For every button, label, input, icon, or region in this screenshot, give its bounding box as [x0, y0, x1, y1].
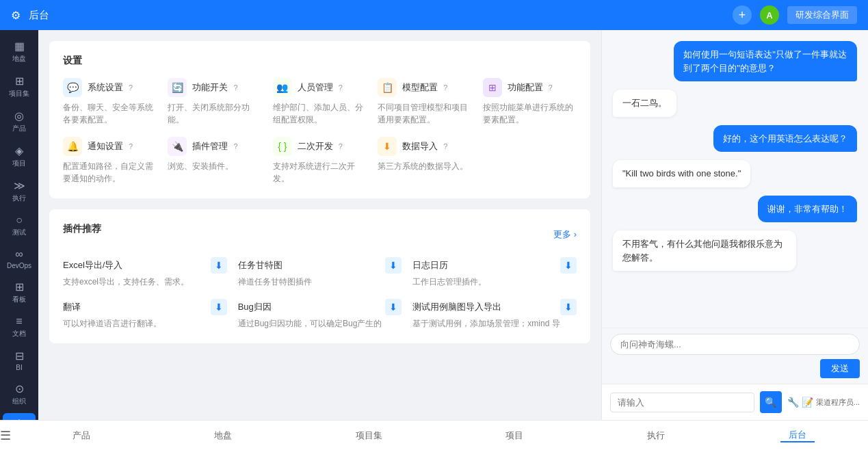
sidebar-item-docs[interactable]: ≡文档	[3, 311, 36, 343]
bottom-nav-item-地盘[interactable]: 地盘	[206, 429, 240, 442]
sidebar-label-product: 产品	[12, 124, 26, 133]
sidebar-item-org[interactable]: ⊙组织	[3, 378, 36, 410]
org-icon: ⊙	[15, 382, 24, 395]
sidebar-item-board[interactable]: ⊞看板	[3, 276, 36, 308]
menu-icon[interactable]: ☰	[0, 428, 11, 443]
setting-desc-import: 第三方系统的数据导入。	[378, 160, 471, 172]
avatar: A	[760, 5, 779, 25]
chat-panel: 如何使用一句短语表达"只做了一件事就达到了两个目的"的意思？一石二鸟。好的，这个…	[601, 30, 868, 420]
setting-item-system[interactable]: 💬 系统设置 ? 备份、聊天、安全等系统各要素配置。	[63, 78, 157, 126]
bottom-search-input[interactable]	[610, 393, 754, 412]
sidebar-item-execute[interactable]: ≫执行	[3, 175, 36, 207]
download-button[interactable]: ⬇	[560, 257, 577, 274]
chat-messages: 如何使用一句短语表达"只做了一件事就达到了两个目的"的意思？一石二鸟。好的，这个…	[602, 30, 868, 328]
plugins-section: 插件推荐 更多 › Excel导出/导入 ⬇ 支持excel导出，支持任务、需求…	[49, 209, 590, 343]
setting-help-notify[interactable]: ?	[129, 142, 133, 150]
setting-header-dev2: { } 二次开发 ?	[273, 137, 367, 156]
setting-name-import: 数据导入	[402, 140, 438, 153]
setting-help-dev2[interactable]: ?	[339, 142, 343, 150]
sidebar-item-test[interactable]: ○测试	[3, 210, 36, 241]
search-icon: 🔍	[765, 397, 776, 408]
add-button[interactable]: +	[733, 5, 752, 25]
setting-desc-model: 不同项目管理模型和项目通用要素配置。	[378, 101, 471, 126]
plugin-desc: 通过Bug归因功能，可以确定Bug产生的	[238, 318, 402, 330]
bottom-nav: ☰ 产品地盘项目集项目执行后台	[0, 420, 868, 450]
tool-icon-2[interactable]: 📝	[802, 397, 813, 408]
setting-name-plugin: 插件管理	[192, 140, 228, 153]
gear-icon: ⚙	[11, 9, 21, 22]
main-layout: ▦地盘⊞项目集◎产品◈项目≫执行○测试∞DevOps⊞看板≡文档⊟BI⊙组织⚙后…	[0, 30, 868, 420]
plugin-desc: 禅道任务甘特图插件	[238, 276, 402, 288]
setting-icon-notify: 🔔	[63, 137, 82, 156]
setting-item-funcconfig[interactable]: ⊞ 功能配置 ? 按照功能菜单进行系统的要素配置。	[483, 78, 577, 126]
setting-icon-system: 💬	[63, 78, 82, 97]
channel-label[interactable]: 渠道程序员...	[816, 397, 860, 408]
tool-icon-1[interactable]: 🔧	[787, 397, 799, 408]
setting-icon-plugin: 🔌	[168, 137, 187, 156]
bottom-nav-item-产品[interactable]: 产品	[64, 429, 98, 442]
page-title: 后台	[29, 9, 724, 22]
project-icon: ◈	[15, 144, 23, 157]
setting-header-plugin: 🔌 插件管理 ?	[168, 137, 261, 156]
execute-icon: ≫	[14, 179, 25, 192]
setting-header-model: 📋 模型配置 ?	[378, 78, 471, 97]
download-button[interactable]: ⬇	[385, 257, 402, 274]
setting-help-model[interactable]: ?	[443, 83, 447, 92]
setting-icon-feature: 🔄	[168, 78, 187, 97]
setting-item-people[interactable]: 👥 人员管理 ? 维护部门、添加人员、分组配置权限。	[273, 78, 367, 126]
setting-item-model[interactable]: 📋 模型配置 ? 不同项目管理模型和项目通用要素配置。	[378, 78, 471, 126]
chat-message-bot: 一石二鸟。	[613, 90, 857, 117]
plugin-header: 日志日历 ⬇	[412, 257, 577, 274]
plugin-item: Bug归因 ⬇ 通过Bug归因功能，可以确定Bug产生的	[238, 299, 402, 330]
more-link[interactable]: 更多 ›	[553, 228, 577, 241]
product-icon: ◎	[14, 109, 24, 122]
download-button[interactable]: ⬇	[560, 299, 577, 315]
setting-help-import[interactable]: ?	[443, 142, 447, 150]
board-icon: ⊞	[15, 280, 24, 293]
setting-help-plugin[interactable]: ?	[233, 142, 237, 150]
sidebar-label-projects: 项目集	[9, 89, 29, 98]
setting-help-funcconfig[interactable]: ?	[549, 83, 553, 92]
plugin-name: Bug归因	[238, 301, 272, 313]
sidebar-item-product[interactable]: ◎产品	[3, 105, 36, 137]
plugin-item: 任务甘特图 ⬇ 禅道任务甘特图插件	[238, 257, 402, 288]
setting-item-import[interactable]: ⬇ 数据导入 ? 第三方系统的数据导入。	[378, 137, 471, 185]
sidebar-label-board: 看板	[12, 295, 26, 304]
setting-item-feature[interactable]: 🔄 功能开关 ? 打开、关闭系统部分功能。	[168, 78, 261, 126]
sidebar-item-projects[interactable]: ⊞项目集	[3, 70, 36, 103]
download-button[interactable]: ⬇	[211, 257, 227, 274]
setting-help-people[interactable]: ?	[339, 83, 343, 92]
setting-item-plugin[interactable]: 🔌 插件管理 ? 浏览、安装插件。	[168, 137, 261, 185]
download-button[interactable]: ⬇	[385, 299, 402, 315]
chat-ask-input[interactable]	[610, 334, 860, 355]
setting-icon-import: ⬇	[378, 137, 397, 156]
setting-help-system[interactable]: ?	[129, 83, 133, 92]
sidebar-item-project[interactable]: ◈项目	[3, 140, 36, 172]
download-button[interactable]: ⬇	[211, 299, 227, 315]
sidebar-label-devops: DevOps	[7, 262, 31, 269]
plugin-desc: 支持excel导出，支持任务、需求。	[63, 276, 227, 288]
chat-tools: 🔧 📝 渠道程序员...	[787, 397, 860, 408]
bottom-nav-item-项目集[interactable]: 项目集	[347, 429, 391, 442]
setting-item-dev2[interactable]: { } 二次开发 ? 支持对系统进行二次开发。	[273, 137, 367, 185]
plugin-grid: Excel导出/导入 ⬇ 支持excel导出，支持任务、需求。 任务甘特图 ⬇ …	[63, 257, 577, 330]
settings-section: 设置 💬 系统设置 ? 备份、聊天、安全等系统各要素配置。 🔄 功能开关 ? 打…	[49, 41, 590, 198]
bottom-nav-item-后台[interactable]: 后台	[780, 429, 815, 442]
chat-bubble: 谢谢，非常有帮助！	[758, 196, 857, 223]
setting-item-notify[interactable]: 🔔 通知设置 ? 配置通知路径，自定义需要通知的动作。	[63, 137, 157, 185]
bottom-nav-item-执行[interactable]: 执行	[639, 429, 673, 442]
plugin-header: 任务甘特图 ⬇	[238, 257, 402, 274]
send-button[interactable]: 发送	[820, 359, 860, 378]
plugin-item: 日志日历 ⬇ 工作日志管理插件。	[412, 257, 577, 288]
sidebar-item-bi[interactable]: ⊟BI	[3, 345, 36, 375]
sidebar: ▦地盘⊞项目集◎产品◈项目≫执行○测试∞DevOps⊞看板≡文档⊟BI⊙组织⚙后…	[0, 30, 38, 420]
chat-message-bot: 不用客气，有什么其他问题我都很乐意为您解答。	[613, 230, 857, 271]
search-button[interactable]: 🔍	[760, 391, 782, 413]
setting-help-feature[interactable]: ?	[233, 83, 237, 92]
sidebar-item-backend[interactable]: ⚙后台	[3, 413, 36, 420]
workspace-button[interactable]: 研发综合界面	[787, 6, 857, 24]
setting-header-import: ⬇ 数据导入 ?	[378, 137, 471, 156]
sidebar-item-map[interactable]: ▦地盘	[3, 36, 36, 68]
bottom-nav-item-项目[interactable]: 项目	[497, 429, 531, 442]
sidebar-item-devops[interactable]: ∞DevOps	[3, 244, 36, 274]
